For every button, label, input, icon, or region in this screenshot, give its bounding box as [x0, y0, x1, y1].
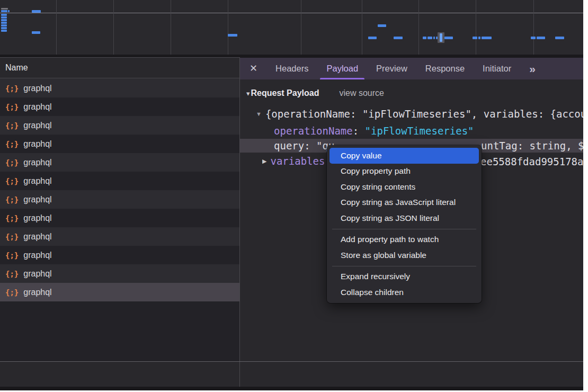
context-menu-item[interactable]: Copy string contents — [327, 179, 482, 195]
request-row[interactable]: {;}graphql — [0, 283, 239, 301]
section-collapse-icon[interactable]: ▾ — [246, 90, 250, 97]
fetch-xhr-icon: {;} — [5, 270, 19, 278]
request-name: graphql — [23, 251, 51, 260]
context-menu-item[interactable]: Expand recursively — [327, 269, 482, 285]
more-tabs-icon[interactable]: » — [529, 63, 534, 75]
timeline-gridline — [171, 0, 171, 55]
timeline-gridline — [228, 0, 228, 55]
menu-separator — [332, 266, 476, 266]
request-row[interactable]: {;}graphql — [0, 246, 239, 264]
json-root-preview: {operationName: "ipFlowTimeseries", vari… — [265, 108, 583, 120]
fetch-xhr-icon: {;} — [5, 140, 19, 148]
request-name: graphql — [23, 232, 51, 242]
network-bar — [1, 14, 7, 16]
context-menu-item[interactable]: Copy string as JavaScript literal — [327, 195, 482, 211]
network-bar — [228, 34, 237, 37]
fetch-xhr-icon: {;} — [5, 84, 19, 93]
request-row[interactable]: {;}graphql — [0, 190, 239, 209]
network-bar — [1, 30, 7, 32]
network-bar — [1, 22, 7, 24]
network-bar — [1, 27, 7, 29]
request-name: graphql — [23, 102, 51, 112]
network-overview-timeline[interactable] — [0, 0, 583, 58]
request-row[interactable]: {;}graphql — [0, 264, 239, 283]
timeline-gridline — [301, 0, 301, 55]
network-bar — [473, 37, 477, 39]
property-value: "ipFlowTimeseries" — [365, 125, 474, 137]
request-name: graphql — [23, 139, 51, 149]
tab-initiator[interactable]: Initiator — [483, 58, 511, 79]
request-name: graphql — [23, 213, 51, 223]
context-menu-item[interactable]: Store as global variable — [327, 247, 482, 263]
section-title: Request Payload — [251, 88, 319, 98]
request-row[interactable]: {;}graphql — [0, 116, 239, 135]
devtools-window: Name {;}graphql{;}graphql{;}graphql{;}gr… — [0, 0, 588, 392]
network-bar — [482, 37, 492, 39]
network-bar — [433, 37, 435, 39]
fetch-xhr-icon: {;} — [5, 288, 19, 297]
context-menu-item[interactable]: Add property path to watch — [327, 232, 482, 248]
property-key: variables — [270, 155, 325, 167]
request-row[interactable]: {;}graphql — [0, 135, 239, 153]
view-source-link[interactable]: view source — [339, 88, 384, 98]
request-name: graphql — [23, 158, 51, 167]
request-row[interactable]: {;}graphql — [0, 153, 239, 172]
network-bar — [1, 10, 7, 12]
collapse-arrow-icon[interactable]: ▼ — [256, 111, 262, 117]
tab-response[interactable]: Response — [425, 58, 465, 79]
variables-text-right: ee5588fdad995178a0 — [480, 155, 583, 168]
name-column-header[interactable]: Name — [0, 57, 239, 78]
tab-preview[interactable]: Preview — [376, 58, 407, 79]
operation-name-row[interactable]: operationName: "ipFlowTimeseries" — [274, 124, 583, 137]
request-name: graphql — [23, 121, 51, 130]
request-name: graphql — [23, 84, 51, 93]
detail-tab-bar: ✕ HeadersPayloadPreviewResponseInitiator… — [240, 58, 583, 79]
network-bar — [1, 24, 7, 26]
fetch-xhr-icon: {;} — [5, 177, 19, 185]
timeline-gridline — [362, 0, 362, 55]
menu-separator — [332, 229, 476, 229]
timeline-gridline — [418, 0, 419, 55]
context-menu-item[interactable]: Collapse children — [327, 284, 482, 300]
network-bar — [444, 37, 453, 39]
network-bar — [555, 37, 564, 39]
context-menu-item[interactable]: Copy value — [329, 148, 479, 164]
tab-headers[interactable]: Headers — [275, 58, 308, 79]
request-name: graphql — [23, 288, 51, 297]
query-text-left: query: "qu — [274, 139, 334, 152]
request-row[interactable]: {;}graphql — [0, 79, 239, 97]
request-row[interactable]: {;}graphql — [0, 172, 239, 190]
fetch-xhr-icon: {;} — [5, 103, 19, 111]
timeline-gridline — [533, 0, 534, 55]
network-bar — [440, 33, 442, 42]
network-bar — [1, 19, 7, 21]
fetch-xhr-icon: {;} — [5, 195, 19, 204]
timeline-horizontal-gridline — [0, 13, 583, 13]
request-payload-section[interactable]: ▾ Request Payload view source — [246, 86, 384, 100]
expand-arrow-icon[interactable]: ▶ — [262, 158, 266, 165]
request-row[interactable]: {;}graphql — [0, 97, 239, 116]
tab-payload[interactable]: Payload — [326, 58, 358, 79]
network-bar — [378, 24, 386, 27]
fetch-xhr-icon: {;} — [5, 121, 19, 130]
property-key: operationName — [274, 125, 353, 137]
request-row[interactable]: {;}graphql — [0, 227, 239, 246]
context-menu-item[interactable]: Copy string as JSON literal — [327, 210, 482, 226]
network-bar — [368, 37, 377, 39]
json-root-row[interactable]: ▼ {operationName: "ipFlowTimeseries", va… — [256, 108, 583, 120]
request-row[interactable]: {;}graphql — [0, 209, 239, 227]
network-bar — [1, 8, 8, 10]
network-bar — [537, 37, 545, 39]
network-bar — [427, 37, 432, 39]
network-bar — [32, 10, 41, 13]
devtools-panel: Name {;}graphql{;}graphql{;}graphql{;}gr… — [0, 0, 583, 390]
network-bar — [8, 10, 10, 12]
request-name: graphql — [23, 176, 51, 186]
request-list: {;}graphql{;}graphql{;}graphql{;}graphql… — [0, 79, 239, 361]
request-name: graphql — [23, 269, 51, 279]
footer-separator — [0, 361, 583, 362]
close-icon[interactable]: ✕ — [250, 58, 257, 79]
network-bar — [423, 37, 426, 39]
context-menu-item[interactable]: Copy property path — [327, 164, 482, 180]
network-bar — [32, 31, 40, 34]
